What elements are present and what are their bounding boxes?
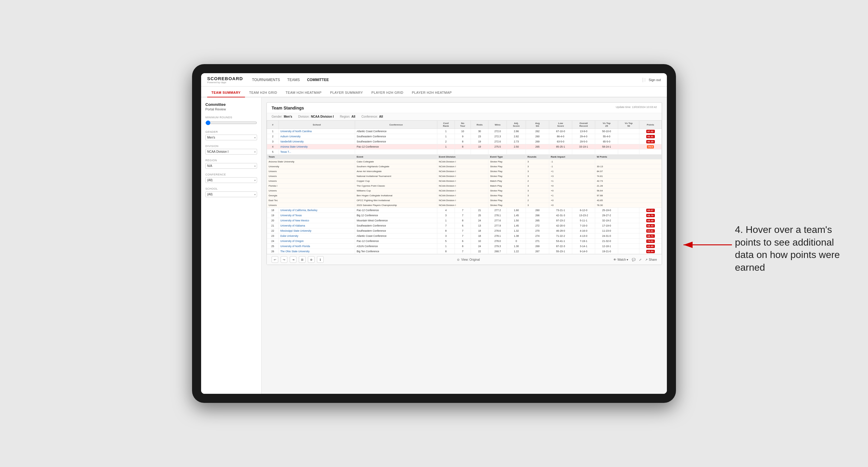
top-nav: SCOREBOARD Powered by clippi TOURNAMENTS… <box>201 73 667 87</box>
sign-out-button[interactable]: Sign out <box>645 78 661 82</box>
nav-separator: | <box>642 77 643 83</box>
school-name-cell[interactable]: Vanderbilt University <box>279 139 355 144</box>
sidebar-gender-select[interactable]: Men's Women's <box>205 134 257 141</box>
col-avg-sg: AvgSG <box>526 121 549 129</box>
adj-score-cell: 2.50 <box>507 144 526 149</box>
sidebar-school-select[interactable]: (All) <box>205 191 257 197</box>
content-area: Team Standings Update time: 13/03/2024 1… <box>261 97 667 394</box>
view-label[interactable]: View: Original <box>461 258 480 261</box>
undo-button[interactable]: ↩ <box>272 256 278 263</box>
points-badge[interactable]: 90.35 <box>646 140 655 143</box>
tab-player-summary[interactable]: PLAYER SUMMARY <box>326 88 367 97</box>
school-name-cell[interactable]: Texas T... <box>279 149 355 155</box>
toolbar-btn-3[interactable]: ⇥ <box>290 256 297 263</box>
points-cell[interactable]: 90.35 <box>639 139 662 144</box>
report-header: Team Standings Update time: 13/03/2024 1… <box>267 102 662 113</box>
filter-gender-label: Gender: <box>272 115 282 118</box>
sidebar-division-select[interactable]: NCAA Division I NCAA Division II NCAA Di… <box>205 149 257 155</box>
sidebar-division: Division NCAA Division I NCAA Division I… <box>205 145 257 155</box>
main-content: Committee Portal Review Minimum Rounds G… <box>201 97 667 394</box>
tab-player-h2h-heatmap[interactable]: PLAYER H2H HEATMAP <box>408 88 456 97</box>
sidebar-gender-select-wrapper: Men's Women's <box>205 134 257 141</box>
sidebar-school: School (All) <box>205 187 257 197</box>
school-name-cell[interactable]: Auburn University <box>279 134 355 139</box>
copy-button[interactable]: ⊞ <box>299 256 306 263</box>
info-button[interactable]: ℹ <box>317 256 323 263</box>
nav-tournaments[interactable]: TOURNAMENTS <box>252 77 280 83</box>
no-tour-cell: 9 <box>455 134 471 139</box>
tooltip-event-type-cell: Stroke Play <box>489 159 526 164</box>
share-label[interactable]: Share <box>649 258 657 261</box>
nav-committee[interactable]: COMMITTEE <box>307 77 329 83</box>
toolbar-comment-btn[interactable]: 💬 <box>632 258 636 261</box>
vs-top50-cell <box>618 139 639 144</box>
redo-button[interactable]: ↪ <box>281 256 287 263</box>
school-name-cell[interactable]: Arizona State University <box>279 144 355 149</box>
sidebar-region-select[interactable]: N/A <box>205 163 257 169</box>
share-icon: ↗ <box>645 258 648 261</box>
table-row: 3 Vanderbilt University Southeastern Con… <box>267 139 662 144</box>
rank-cell: 4 <box>267 144 279 149</box>
sidebar-school-label: School <box>205 187 257 190</box>
paste-button[interactable]: ⊕ <box>308 256 314 263</box>
tab-team-summary[interactable]: TEAM SUMMARY <box>207 88 245 97</box>
conf-rank-cell: 2 <box>437 139 455 144</box>
vs-top25-cell: 50-10-0 <box>595 129 618 134</box>
points-badge-hover[interactable]: 79.5 <box>647 145 654 149</box>
adj-score-cell: 2.86 <box>507 129 526 134</box>
toolbar-expand-btn[interactable]: ⤢ <box>639 258 642 261</box>
tooltip-team-cell: Arizona State University <box>267 159 355 164</box>
table-row: 24 University of Oregon Pac-12 Conferenc… <box>267 239 662 244</box>
min-rounds-slider[interactable] <box>205 120 257 126</box>
sidebar-subtitle: Portal Review <box>205 107 257 111</box>
watch-label[interactable]: Watch ▾ <box>618 258 628 261</box>
sidebar-conference-select[interactable]: (All) <box>205 177 257 183</box>
conf-rank-cell: 1 <box>437 144 455 149</box>
sidebar-division-label: Division <box>205 145 257 148</box>
tab-team-h2h-heatmap[interactable]: TEAM H2H HEATMAP <box>281 88 326 97</box>
sidebar-region-select-wrapper: N/A <box>205 163 257 169</box>
filter-conference-value: All <box>379 115 383 118</box>
school-name-cell[interactable]: University of North Carolina <box>279 129 355 134</box>
points-cell[interactable]: 97.02 <box>639 129 662 134</box>
points-badge[interactable]: 93.31 <box>646 135 655 138</box>
col-adj-score: Adj.Score <box>507 121 526 129</box>
app-logo-sub: Powered by clippi <box>207 81 243 84</box>
sidebar-gender: Gender Men's Women's <box>205 130 257 141</box>
wins-cell: 272.0 <box>489 129 507 134</box>
table-row-highlighted: 4 Arizona State University Pac-12 Confer… <box>267 144 662 149</box>
arrow-annotation <box>678 232 738 258</box>
share-button[interactable]: ↗ Share <box>645 258 657 261</box>
tooltip-col-event: Event <box>355 155 437 159</box>
vs-top25-cell: 55-4-0 <box>595 134 618 139</box>
points-cell[interactable]: 93.31 <box>639 134 662 139</box>
no-tour-cell: 10 <box>455 129 471 134</box>
tooltip-data-row: Univers Copper Cup NCAA Division I Match… <box>267 179 662 184</box>
tablet-screen: SCOREBOARD Powered by clippi TOURNAMENTS… <box>201 73 667 394</box>
col-no-tour: NoTour <box>455 121 471 129</box>
no-tour-cell: 8 <box>455 144 471 149</box>
tab-team-h2h-grid[interactable]: TEAM H2H GRID <box>245 88 282 97</box>
col-rank: # <box>267 121 279 129</box>
watch-button[interactable]: 👁 Watch ▾ <box>613 258 628 261</box>
sidebar-gender-label: Gender <box>205 130 257 133</box>
tab-player-h2h-grid[interactable]: PLAYER H2H GRID <box>367 88 408 97</box>
tooltip-data-row: East Tec OFCC Fighting Illini Invitation… <box>267 198 662 203</box>
table-row: 2 Auburn University Southeastern Confere… <box>267 134 662 139</box>
tooltip-data-row: Univers Amer Ari Intercollegiate NCAA Di… <box>267 169 662 174</box>
report-container: Team Standings Update time: 13/03/2024 1… <box>267 102 662 265</box>
tooltip-data-row: Georgia Ben Hogan Collegiate Invitationa… <box>267 193 662 198</box>
conference-cell: Southeastern Conference <box>355 134 437 139</box>
avg-sg-cell: 265 <box>526 144 549 149</box>
wins-cell: 275.5 <box>489 144 507 149</box>
vs-top50-cell <box>618 134 639 139</box>
nav-teams[interactable]: TEAMS <box>287 77 300 83</box>
points-badge[interactable]: 97.02 <box>646 130 655 133</box>
tooltip-col-rounds: Rounds <box>526 155 549 159</box>
filter-row: Gender: Men's Division: NCAA Division I … <box>267 113 662 120</box>
toolbar-left: ↩ ↪ ⇥ ⊞ ⊕ ℹ <box>272 256 323 263</box>
filter-region-value: All <box>351 115 355 118</box>
points-cell[interactable]: 79.5 <box>639 144 662 149</box>
table-row: 18 University of California, Berkeley Pa… <box>267 208 662 213</box>
rank-cell: 3 <box>267 139 279 144</box>
